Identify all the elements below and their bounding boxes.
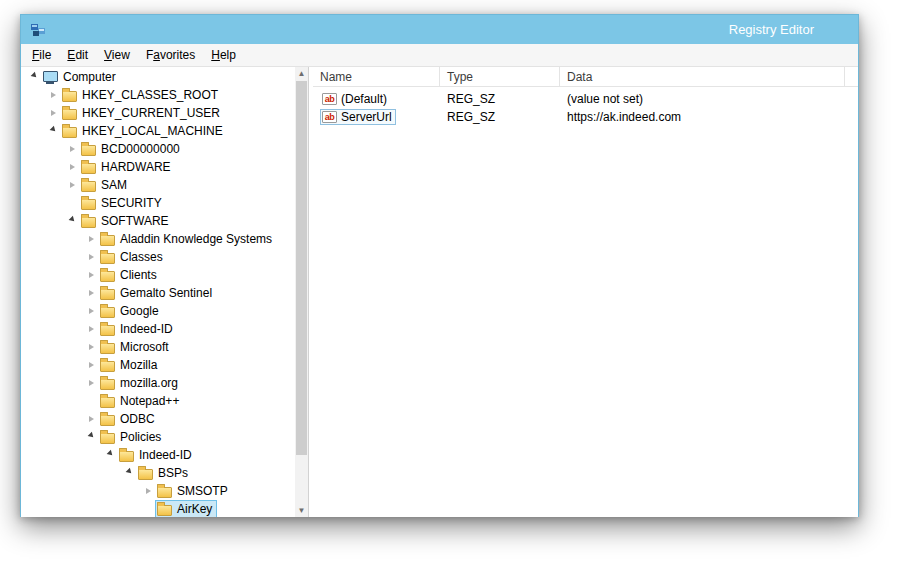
tree-item-odbc[interactable]: ODBC <box>21 410 295 428</box>
tree-item-label: Microsoft <box>119 340 170 354</box>
tree-item-label: SAM <box>100 178 128 192</box>
tree-item-label: SOFTWARE <box>100 214 170 228</box>
twisty-spacer <box>85 395 97 407</box>
tree-item-software[interactable]: SOFTWARE <box>21 212 295 230</box>
folder-icon <box>100 235 115 246</box>
expand-toggle-icon[interactable] <box>66 143 78 155</box>
tree-item-classes[interactable]: Classes <box>21 248 295 266</box>
folder-icon <box>81 217 96 228</box>
scrollbar-thumb[interactable] <box>296 81 307 455</box>
registry-tree: ComputerHKEY_CLASSES_ROOTHKEY_CURRENT_US… <box>21 67 295 517</box>
tree-item-indeed-id[interactable]: Indeed-ID <box>21 320 295 338</box>
registry-editor-window: Registry Editor FileEditViewFavoritesHel… <box>20 14 859 517</box>
folder-icon <box>119 451 134 462</box>
expand-toggle-icon[interactable] <box>28 71 40 83</box>
expand-toggle-icon[interactable] <box>66 215 78 227</box>
column-header-name[interactable]: Name <box>313 67 440 86</box>
tree-item-smsotp[interactable]: SMSOTP <box>21 482 295 500</box>
folder-icon <box>157 505 172 516</box>
expand-toggle-icon[interactable] <box>66 179 78 191</box>
tree-item-airkey[interactable]: AirKey <box>21 500 295 517</box>
expand-toggle-icon[interactable] <box>47 89 59 101</box>
tree-scrollbar[interactable]: ▲ ▼ <box>295 67 308 517</box>
menu-item-help[interactable]: Help <box>203 46 244 64</box>
values-list: Name Type Data (Default)REG_SZ(value not… <box>313 67 858 517</box>
tree-item-clients[interactable]: Clients <box>21 266 295 284</box>
folder-icon <box>100 397 115 408</box>
expand-toggle-icon[interactable] <box>85 269 97 281</box>
value-name: (Default) <box>341 92 387 106</box>
column-header-data[interactable]: Data <box>560 67 845 86</box>
expand-toggle-icon[interactable] <box>47 107 59 119</box>
tree-item-mozilla-org[interactable]: mozilla.org <box>21 374 295 392</box>
expand-toggle-icon[interactable] <box>85 413 97 425</box>
expand-toggle-icon[interactable] <box>85 341 97 353</box>
tree-item-microsoft[interactable]: Microsoft <box>21 338 295 356</box>
expand-toggle-icon[interactable] <box>85 359 97 371</box>
tree-item-sam[interactable]: SAM <box>21 176 295 194</box>
tree-item-policies[interactable]: Policies <box>21 428 295 446</box>
folder-icon <box>100 433 115 444</box>
tree-item-label: AirKey <box>176 502 213 516</box>
scroll-down-icon[interactable]: ▼ <box>295 504 308 517</box>
tree-item-security[interactable]: SECURITY <box>21 194 295 212</box>
tree-item-label: Gemalto Sentinel <box>119 286 213 300</box>
tree-item-bsps[interactable]: BSPs <box>21 464 295 482</box>
expand-toggle-icon[interactable] <box>123 467 135 479</box>
tree-item-label: Classes <box>119 250 164 264</box>
expand-toggle-icon[interactable] <box>85 287 97 299</box>
menu-item-view[interactable]: View <box>96 46 138 64</box>
expand-toggle-icon[interactable] <box>104 449 116 461</box>
expand-toggle-icon[interactable] <box>47 125 59 137</box>
window-title: Registry Editor <box>729 15 814 44</box>
tree-item-aladdin-knowledge-systems[interactable]: Aladdin Knowledge Systems <box>21 230 295 248</box>
folder-icon <box>100 361 115 372</box>
expand-toggle-icon[interactable] <box>66 161 78 173</box>
expand-toggle-icon[interactable] <box>85 431 97 443</box>
computer-icon <box>43 71 58 84</box>
tree-item-label: HKEY_CLASSES_ROOT <box>81 88 219 102</box>
tree-item-label: ODBC <box>119 412 156 426</box>
tree-item-bcd00000000[interactable]: BCD00000000 <box>21 140 295 158</box>
tree-item-indeed-id[interactable]: Indeed-ID <box>21 446 295 464</box>
folder-icon <box>81 163 96 174</box>
folder-icon <box>62 91 77 102</box>
expand-toggle-icon[interactable] <box>85 323 97 335</box>
list-header: Name Type Data <box>313 67 858 87</box>
title-bar[interactable]: Registry Editor <box>21 15 858 44</box>
menu-item-file[interactable]: File <box>24 46 59 64</box>
string-value-icon <box>322 93 337 105</box>
tree-item-notepad[interactable]: Notepad++ <box>21 392 295 410</box>
value-row-default[interactable]: (Default)REG_SZ(value not set) <box>313 90 858 108</box>
folder-icon <box>62 109 77 120</box>
tree-item-label: Indeed-ID <box>138 448 193 462</box>
value-row-serverurl[interactable]: ServerUrlREG_SZhttps://ak.indeed.com <box>313 108 858 126</box>
tree-item-computer[interactable]: Computer <box>21 68 295 86</box>
value-name: ServerUrl <box>341 110 392 124</box>
tree-item-hkey-classes-root[interactable]: HKEY_CLASSES_ROOT <box>21 86 295 104</box>
tree-item-label: Policies <box>119 430 162 444</box>
folder-icon <box>100 289 115 300</box>
menu-item-edit[interactable]: Edit <box>59 46 96 64</box>
scroll-up-icon[interactable]: ▲ <box>295 67 308 80</box>
tree-item-hardware[interactable]: HARDWARE <box>21 158 295 176</box>
value-data: https://ak.indeed.com <box>560 110 858 124</box>
menu-item-favorites[interactable]: Favorites <box>138 46 203 64</box>
tree-item-hkey-local-machine[interactable]: HKEY_LOCAL_MACHINE <box>21 122 295 140</box>
expand-toggle-icon[interactable] <box>142 485 154 497</box>
value-data: (value not set) <box>560 92 858 106</box>
string-value-icon <box>322 111 337 123</box>
expand-toggle-icon[interactable] <box>85 377 97 389</box>
expand-toggle-icon[interactable] <box>85 233 97 245</box>
tree-item-google[interactable]: Google <box>21 302 295 320</box>
folder-icon <box>100 271 115 282</box>
folder-icon <box>100 325 115 336</box>
expand-toggle-icon[interactable] <box>85 251 97 263</box>
tree-item-hkey-current-user[interactable]: HKEY_CURRENT_USER <box>21 104 295 122</box>
tree-item-gemalto-sentinel[interactable]: Gemalto Sentinel <box>21 284 295 302</box>
folder-icon <box>81 199 96 210</box>
tree-item-mozilla[interactable]: Mozilla <box>21 356 295 374</box>
column-header-type[interactable]: Type <box>440 67 560 86</box>
tree-item-label: SMSOTP <box>176 484 229 498</box>
expand-toggle-icon[interactable] <box>85 305 97 317</box>
